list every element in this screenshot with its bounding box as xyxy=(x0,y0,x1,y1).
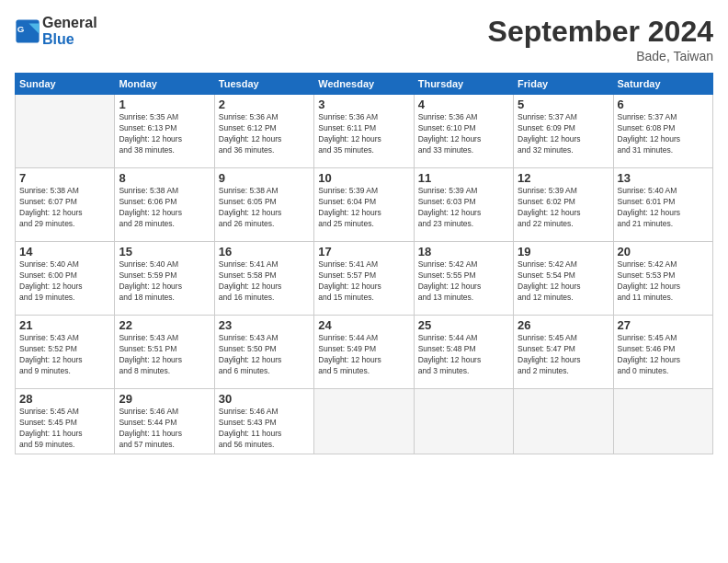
table-row: 22Sunrise: 5:43 AM Sunset: 5:51 PM Dayli… xyxy=(115,316,214,389)
table-row: 30Sunrise: 5:46 AM Sunset: 5:43 PM Dayli… xyxy=(214,389,313,454)
table-row: 21Sunrise: 5:43 AM Sunset: 5:52 PM Dayli… xyxy=(16,316,115,389)
day-number: 21 xyxy=(19,318,110,332)
table-row: 25Sunrise: 5:44 AM Sunset: 5:48 PM Dayli… xyxy=(414,316,513,389)
day-info: Sunrise: 5:36 AM Sunset: 6:11 PM Dayligh… xyxy=(318,112,409,156)
day-info: Sunrise: 5:46 AM Sunset: 5:43 PM Dayligh… xyxy=(219,407,310,451)
day-number: 20 xyxy=(618,245,709,259)
header-monday: Monday xyxy=(115,74,214,95)
day-info: Sunrise: 5:42 AM Sunset: 5:53 PM Dayligh… xyxy=(618,259,709,304)
table-row: 28Sunrise: 5:45 AM Sunset: 5:45 PM Dayli… xyxy=(16,389,115,454)
calendar-row-2: 7Sunrise: 5:38 AM Sunset: 6:07 PM Daylig… xyxy=(16,168,713,242)
table-row: 13Sunrise: 5:40 AM Sunset: 6:01 PM Dayli… xyxy=(613,168,712,242)
day-info: Sunrise: 5:45 AM Sunset: 5:46 PM Dayligh… xyxy=(618,333,709,377)
day-info: Sunrise: 5:40 AM Sunset: 6:01 PM Dayligh… xyxy=(618,186,709,230)
day-number: 28 xyxy=(19,392,110,406)
day-info: Sunrise: 5:41 AM Sunset: 5:58 PM Dayligh… xyxy=(219,259,310,304)
logo-icon: G xyxy=(15,18,40,44)
table-row: 9Sunrise: 5:38 AM Sunset: 6:05 PM Daylig… xyxy=(214,168,313,242)
table-row xyxy=(314,389,414,454)
header-sunday: Sunday xyxy=(16,74,115,95)
table-row: 19Sunrise: 5:42 AM Sunset: 5:54 PM Dayli… xyxy=(514,242,613,316)
day-info: Sunrise: 5:38 AM Sunset: 6:06 PM Dayligh… xyxy=(119,186,210,230)
table-row: 12Sunrise: 5:39 AM Sunset: 6:02 PM Dayli… xyxy=(514,168,613,242)
table-row: 17Sunrise: 5:41 AM Sunset: 5:57 PM Dayli… xyxy=(314,242,414,316)
header-saturday: Saturday xyxy=(613,74,712,95)
day-info: Sunrise: 5:39 AM Sunset: 6:02 PM Dayligh… xyxy=(518,186,609,230)
table-row: 15Sunrise: 5:40 AM Sunset: 5:59 PM Dayli… xyxy=(115,242,214,316)
day-number: 4 xyxy=(418,98,509,111)
day-number: 29 xyxy=(119,392,210,406)
weekday-header-row: Sunday Monday Tuesday Wednesday Thursday… xyxy=(16,74,713,95)
month-title: September 2024 xyxy=(488,15,713,49)
day-number: 10 xyxy=(318,171,409,185)
day-info: Sunrise: 5:35 AM Sunset: 6:13 PM Dayligh… xyxy=(119,112,210,156)
day-number: 11 xyxy=(418,171,509,185)
day-number: 22 xyxy=(119,318,210,332)
day-info: Sunrise: 5:36 AM Sunset: 6:12 PM Dayligh… xyxy=(219,112,310,156)
day-number: 19 xyxy=(518,245,609,259)
day-number: 7 xyxy=(19,171,110,185)
calendar-row-3: 14Sunrise: 5:40 AM Sunset: 6:00 PM Dayli… xyxy=(16,242,713,316)
day-number: 24 xyxy=(318,318,409,332)
day-number: 8 xyxy=(119,171,210,185)
day-number: 5 xyxy=(518,98,609,111)
day-number: 17 xyxy=(318,245,409,259)
day-info: Sunrise: 5:44 AM Sunset: 5:49 PM Dayligh… xyxy=(318,333,409,377)
day-number: 2 xyxy=(219,98,310,111)
day-info: Sunrise: 5:39 AM Sunset: 6:03 PM Dayligh… xyxy=(418,186,509,230)
day-info: Sunrise: 5:43 AM Sunset: 5:51 PM Dayligh… xyxy=(119,333,210,377)
header-tuesday: Tuesday xyxy=(214,74,313,95)
calendar-page: G General Blue September 2024 Bade, Taiw… xyxy=(0,0,728,563)
header-wednesday: Wednesday xyxy=(314,74,414,95)
table-row xyxy=(16,95,115,168)
day-info: Sunrise: 5:37 AM Sunset: 6:09 PM Dayligh… xyxy=(518,112,609,156)
day-info: Sunrise: 5:37 AM Sunset: 6:08 PM Dayligh… xyxy=(618,112,709,156)
day-number: 3 xyxy=(318,98,409,111)
page-header: G General Blue September 2024 Bade, Taiw… xyxy=(15,15,713,63)
day-number: 14 xyxy=(19,245,110,259)
table-row xyxy=(414,389,513,454)
calendar-row-1: 1Sunrise: 5:35 AM Sunset: 6:13 PM Daylig… xyxy=(16,95,713,168)
table-row: 8Sunrise: 5:38 AM Sunset: 6:06 PM Daylig… xyxy=(115,168,214,242)
table-row: 6Sunrise: 5:37 AM Sunset: 6:08 PM Daylig… xyxy=(613,95,712,168)
table-row: 1Sunrise: 5:35 AM Sunset: 6:13 PM Daylig… xyxy=(115,95,214,168)
logo: G General Blue xyxy=(15,15,97,48)
day-number: 30 xyxy=(219,392,310,406)
day-number: 15 xyxy=(119,245,210,259)
day-number: 18 xyxy=(418,245,509,259)
table-row: 11Sunrise: 5:39 AM Sunset: 6:03 PM Dayli… xyxy=(414,168,513,242)
day-number: 12 xyxy=(518,171,609,185)
day-number: 1 xyxy=(119,98,210,111)
day-info: Sunrise: 5:46 AM Sunset: 5:44 PM Dayligh… xyxy=(119,407,210,451)
day-number: 26 xyxy=(518,318,609,332)
table-row: 14Sunrise: 5:40 AM Sunset: 6:00 PM Dayli… xyxy=(16,242,115,316)
table-row: 26Sunrise: 5:45 AM Sunset: 5:47 PM Dayli… xyxy=(514,316,613,389)
calendar-table: Sunday Monday Tuesday Wednesday Thursday… xyxy=(15,73,713,454)
table-row: 18Sunrise: 5:42 AM Sunset: 5:55 PM Dayli… xyxy=(414,242,513,316)
header-friday: Friday xyxy=(514,74,613,95)
table-row: 5Sunrise: 5:37 AM Sunset: 6:09 PM Daylig… xyxy=(514,95,613,168)
day-info: Sunrise: 5:45 AM Sunset: 5:47 PM Dayligh… xyxy=(518,333,609,377)
location: Bade, Taiwan xyxy=(488,49,713,63)
day-info: Sunrise: 5:38 AM Sunset: 6:05 PM Dayligh… xyxy=(219,186,310,230)
day-info: Sunrise: 5:36 AM Sunset: 6:10 PM Dayligh… xyxy=(418,112,509,156)
table-row: 24Sunrise: 5:44 AM Sunset: 5:49 PM Dayli… xyxy=(314,316,414,389)
day-info: Sunrise: 5:45 AM Sunset: 5:45 PM Dayligh… xyxy=(19,407,110,451)
svg-text:G: G xyxy=(17,24,25,34)
calendar-row-4: 21Sunrise: 5:43 AM Sunset: 5:52 PM Dayli… xyxy=(16,316,713,389)
day-info: Sunrise: 5:43 AM Sunset: 5:50 PM Dayligh… xyxy=(219,333,310,377)
table-row: 27Sunrise: 5:45 AM Sunset: 5:46 PM Dayli… xyxy=(613,316,712,389)
table-row: 16Sunrise: 5:41 AM Sunset: 5:58 PM Dayli… xyxy=(214,242,313,316)
day-number: 23 xyxy=(219,318,310,332)
header-thursday: Thursday xyxy=(414,74,513,95)
day-info: Sunrise: 5:42 AM Sunset: 5:55 PM Dayligh… xyxy=(418,259,509,304)
table-row: 7Sunrise: 5:38 AM Sunset: 6:07 PM Daylig… xyxy=(16,168,115,242)
table-row: 20Sunrise: 5:42 AM Sunset: 5:53 PM Dayli… xyxy=(613,242,712,316)
day-number: 16 xyxy=(219,245,310,259)
table-row xyxy=(514,389,613,454)
day-number: 27 xyxy=(618,318,709,332)
title-block: September 2024 Bade, Taiwan xyxy=(488,15,713,63)
day-info: Sunrise: 5:43 AM Sunset: 5:52 PM Dayligh… xyxy=(19,333,110,377)
table-row: 10Sunrise: 5:39 AM Sunset: 6:04 PM Dayli… xyxy=(314,168,414,242)
table-row: 29Sunrise: 5:46 AM Sunset: 5:44 PM Dayli… xyxy=(115,389,214,454)
